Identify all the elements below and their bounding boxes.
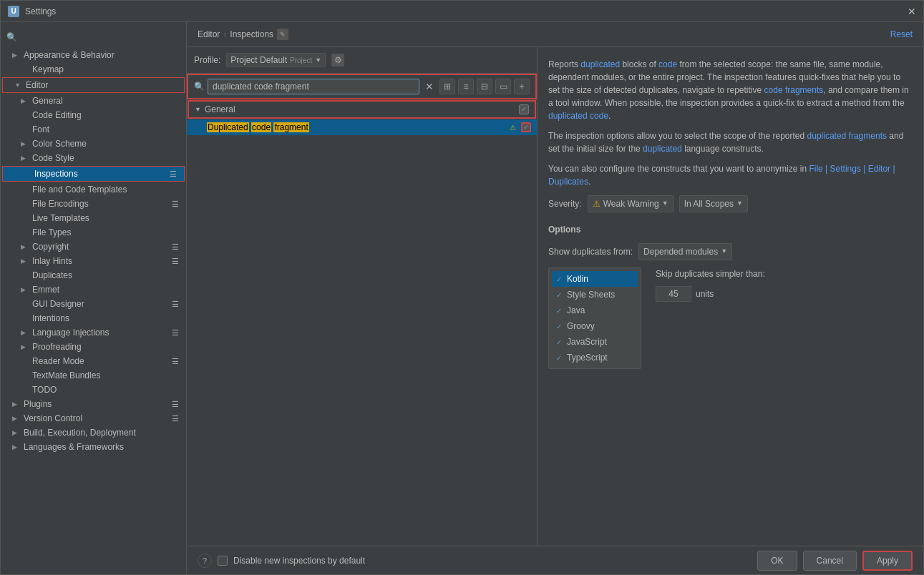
sidebar-item-color-scheme[interactable]: ▶ Color Scheme (1, 137, 186, 151)
tree-item-duplicated-code[interactable]: Duplicated code fragment ⚠ ✓ (187, 119, 537, 135)
severity-dropdown[interactable]: ⚠ Weak Warning ▼ (588, 195, 673, 212)
skip-label: Skip duplicates simpler than: (656, 267, 765, 280)
sidebar-label: Font (32, 124, 49, 134)
sidebar-item-build[interactable]: ▶ Build, Execution, Deployment (1, 426, 186, 440)
arrow-icon (21, 200, 28, 207)
scope-dropdown[interactable]: In All Scopes ▼ (679, 195, 748, 212)
warning-icon: ⚠ (593, 197, 600, 210)
checklist-item-kotlin[interactable]: ✓ Kotlin (552, 271, 638, 287)
sidebar-search-input[interactable] (21, 29, 180, 44)
close-button[interactable]: ✕ (908, 6, 916, 17)
arrow-icon: ▶ (21, 286, 28, 293)
sidebar-label: Version Control (24, 413, 82, 423)
sidebar-label: TODO (32, 385, 57, 395)
sidebar-item-language-injections[interactable]: ▶ Language Injections ☰ (1, 325, 186, 340)
sidebar-item-gui-designer[interactable]: GUI Designer ☰ (1, 297, 186, 311)
sidebar-item-emmet[interactable]: ▶ Emmet (1, 282, 186, 297)
sidebar-label: General (32, 96, 63, 106)
filter-bar: 🔍 ✕ ⊞ ≡ ⊟ ▭ (187, 74, 537, 99)
search-icon: 🔍 (194, 82, 205, 92)
sidebar-item-reader-mode[interactable]: Reader Mode ☰ (1, 354, 186, 368)
sidebar-item-editor[interactable]: ▼ Editor (2, 77, 185, 93)
arrow-icon (21, 386, 28, 393)
sidebar-item-intentions[interactable]: Intentions (1, 311, 186, 325)
filter-button[interactable]: ⊞ (439, 79, 455, 94)
checklist-item-javascript[interactable]: ✓ JavaScript (552, 334, 638, 350)
arrow-icon (21, 372, 28, 379)
checklist-item-stylesheets[interactable]: ✓ Style Sheets (552, 287, 638, 303)
checklist-item-groovy[interactable]: ✓ Groovy (552, 318, 638, 334)
sort-group-button[interactable]: ⊟ (477, 79, 492, 94)
settings-icon: ☰ (172, 242, 179, 252)
expand-button[interactable]: ▭ (495, 79, 511, 94)
sidebar-item-font[interactable]: Font (1, 122, 186, 137)
breadcrumb-edit-icon[interactable]: ✎ (277, 29, 288, 40)
checklist-item-java[interactable]: ✓ Java (552, 303, 638, 318)
sidebar-item-keymap[interactable]: Keymap (1, 62, 186, 77)
sort-alpha-button[interactable]: ≡ (458, 79, 474, 94)
add-button[interactable]: + (514, 79, 530, 94)
sidebar-item-proofreading[interactable]: ▶ Proofreading (1, 340, 186, 354)
sidebar-item-live-templates[interactable]: Live Templates (1, 211, 186, 225)
gear-button[interactable]: ⚙ (331, 54, 344, 67)
settings-icon: ☰ (172, 357, 179, 366)
breadcrumb-parent: Editor (198, 29, 220, 39)
highlight-word: duplicated (643, 144, 682, 154)
sidebar-item-inspections[interactable]: Inspections ☰ (2, 166, 185, 182)
reset-button[interactable]: Reset (890, 29, 913, 39)
sidebar-item-copyright[interactable]: ▶ Copyright ☰ (1, 240, 186, 254)
arrow-icon (21, 300, 28, 308)
sidebar-item-appearance[interactable]: ▶ Appearance & Behavior (1, 48, 186, 62)
inspections-search-input[interactable] (208, 79, 419, 94)
sidebar-label: Language Injections (32, 328, 109, 338)
profile-bar: Profile: Project Default Project ▼ ⚙ (187, 47, 537, 74)
group-collapse-icon: ▼ (195, 106, 201, 113)
check-icon: ✓ (555, 353, 563, 362)
sidebar-label: Code Editing (32, 110, 82, 120)
arrow-icon: ▶ (12, 51, 19, 59)
sidebar-item-code-style[interactable]: ▶ Code Style (1, 151, 186, 165)
checklist-item-typescript[interactable]: ✓ TypeScript (552, 350, 638, 365)
apply-button[interactable]: Apply (862, 551, 913, 571)
arrow-icon (21, 272, 28, 279)
main-content: 🔍 ▶ Appearance & Behavior Keymap ▼ Edito… (1, 22, 923, 574)
main-panel: Editor › Inspections ✎ Reset Profile: Pr… (187, 22, 923, 574)
options-row: ✓ Kotlin ✓ Style Sheets ✓ Java (548, 267, 913, 369)
clear-search-button[interactable]: ✕ (422, 81, 437, 92)
sidebar-item-languages[interactable]: ▶ Languages & Frameworks (1, 440, 186, 454)
highlight-word: duplicated fragments (807, 131, 887, 141)
sidebar-item-file-encodings[interactable]: File Encodings ☰ (1, 197, 186, 211)
sidebar-item-general[interactable]: ▶ General (1, 94, 186, 108)
arrow-icon: ▶ (12, 429, 19, 436)
skip-value-input[interactable] (656, 286, 691, 302)
item-checkbox[interactable]: ✓ (521, 122, 531, 132)
sidebar-item-todo[interactable]: TODO (1, 383, 186, 397)
settings-icon: ☰ (172, 200, 179, 209)
help-button[interactable]: ? (198, 554, 212, 568)
settings-icon: ☰ (172, 328, 179, 338)
disable-inspections-checkbox[interactable] (218, 556, 228, 566)
sidebar-item-version-control[interactable]: ▶ Version Control ☰ (1, 411, 186, 426)
settings-link[interactable]: File | Settings | Editor | Duplicates (548, 164, 895, 187)
sidebar-item-plugins[interactable]: ▶ Plugins ☰ (1, 397, 186, 411)
sidebar-label: File Encodings (32, 199, 89, 209)
arrow-icon (21, 215, 28, 222)
sidebar-item-file-code-templates[interactable]: File and Code Templates (1, 182, 186, 197)
arrow-icon: ▶ (21, 257, 28, 265)
cancel-button[interactable]: Cancel (803, 551, 857, 571)
profile-select-dropdown[interactable]: Project Default Project ▼ (226, 53, 326, 67)
app-icon: U (8, 6, 19, 17)
duplicates-from-dropdown[interactable]: Depended modules ▼ (638, 243, 732, 260)
group-label: General (205, 104, 515, 114)
tree-group-header-general[interactable]: ▼ General ✓ (188, 100, 536, 119)
group-checkbox[interactable]: ✓ (519, 104, 529, 114)
profile-value: Project Default (230, 55, 287, 65)
ok-button[interactable]: OK (757, 551, 797, 571)
sidebar-item-code-editing[interactable]: Code Editing (1, 108, 186, 122)
sidebar-item-file-types[interactable]: File Types (1, 225, 186, 240)
sidebar-item-duplicates[interactable]: Duplicates (1, 268, 186, 282)
sidebar-item-textmate[interactable]: TextMate Bundles (1, 368, 186, 383)
severity-label: Severity: (548, 197, 582, 210)
sidebar-item-inlay-hints[interactable]: ▶ Inlay Hints ☰ (1, 254, 186, 268)
breadcrumb-current: Inspections (230, 29, 273, 39)
